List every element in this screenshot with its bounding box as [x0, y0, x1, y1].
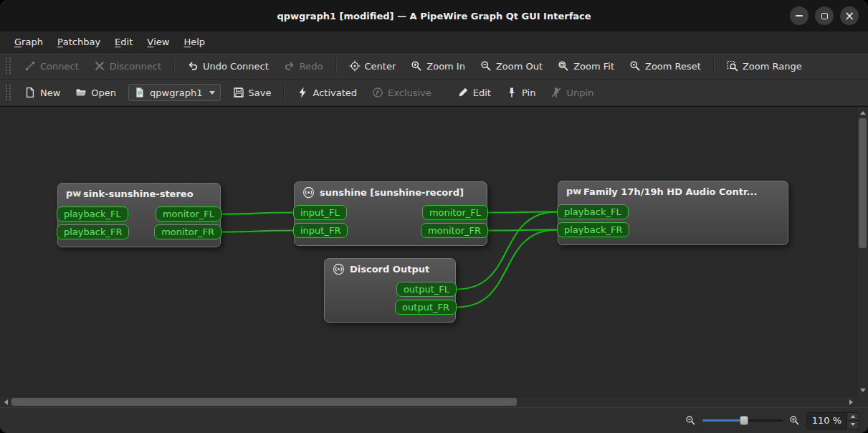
zoom-range-icon [727, 60, 738, 72]
center-button[interactable]: Center [343, 57, 403, 75]
port-row: output_FR [327, 300, 453, 315]
port-input-playback_FL[interactable]: playback_FL [57, 206, 128, 222]
disconnect-button[interactable]: Disconnect [87, 57, 168, 75]
menu-label-part: raph [22, 37, 43, 47]
connection-sink.monitor_FR-to-sunshine.input_FR[interactable] [221, 231, 293, 232]
save-button[interactable]: Save [226, 83, 278, 102]
window-title: qpwgraph1 [modified] — A PipeWire Graph … [0, 11, 868, 22]
node-title: sink-sunshine-stereo [83, 189, 194, 199]
disconnect-label: Disconnect [110, 61, 161, 72]
zoom-fit-button[interactable]: Zoom Fit [551, 57, 621, 75]
port-output-monitor_FL[interactable]: monitor_FL [156, 206, 221, 222]
menu-label-part: atchbay [63, 37, 100, 47]
close-button[interactable] [840, 6, 859, 25]
new-button[interactable]: New [18, 83, 67, 102]
zoom-spin-down-button[interactable] [847, 420, 859, 429]
port-row: input_FLmonitor_FL [297, 205, 485, 220]
close-icon [844, 9, 854, 23]
node-discord[interactable]: Discord Outputoutput_FLoutput_FR [324, 258, 456, 323]
pin-button[interactable]: Pin [500, 83, 542, 102]
undo-connect-label: Undo Connect [203, 61, 269, 72]
zoom-in-button[interactable]: Zoom In [404, 57, 472, 75]
connection-sunshine.monitor_FL-to-family.playback_FL[interactable] [488, 212, 557, 213]
node-sink[interactable]: pwsink-sunshine-stereoplayback_FLmonitor… [57, 183, 221, 247]
maximize-icon [821, 13, 828, 19]
unpin-button[interactable]: Unpin [544, 83, 600, 102]
down-arrow-icon [851, 423, 855, 426]
zoom-slider-handle[interactable] [740, 416, 748, 425]
new-label: New [40, 87, 60, 98]
minimize-icon [796, 15, 803, 16]
node-header: pwsink-sunshine-stereo [60, 184, 218, 204]
port-input-playback_FR[interactable]: playback_FR [57, 224, 129, 239]
horizontal-scroll-thumb[interactable] [11, 398, 517, 406]
node-family[interactable]: pwFamily 17h/19h HD Audio Contr...playba… [558, 181, 788, 245]
port-input-playback_FR[interactable]: playback_FR [557, 222, 629, 237]
connection-sunshine.monitor_FR-to-family.playback_FR[interactable] [488, 230, 557, 231]
menu-item-view[interactable]: View [140, 32, 176, 52]
connect-icon [24, 60, 36, 72]
menu-item-patchbay[interactable]: Patchbay [50, 32, 108, 52]
node-title: sunshine [sunshine-record] [320, 187, 464, 198]
menubar: GraphPatchbayEditViewHelp [0, 32, 868, 53]
connection-sink.monitor_FL-to-sunshine.input_FL[interactable] [221, 213, 293, 214]
zoom-reset-label: Zoom Reset [645, 61, 701, 72]
connect-button[interactable]: Connect [18, 57, 85, 75]
port-row: playback_FL [561, 204, 786, 219]
toolbar-graph: ConnectDisconnectUndo ConnectRedoCenterZ… [0, 53, 868, 80]
zoom-out-label: Zoom Out [496, 61, 543, 72]
port-output-monitor_FL[interactable]: monitor_FL [422, 205, 488, 220]
zoom-reset-button[interactable]: Zoom Reset [623, 57, 707, 75]
toolbar-handle[interactable] [6, 58, 11, 74]
port-input-input_FR[interactable]: input_FR [293, 223, 348, 238]
port-input-input_FL[interactable]: input_FL [293, 205, 347, 220]
port-output-output_FR[interactable]: output_FR [395, 300, 457, 315]
vertical-scrollbar[interactable] [857, 107, 868, 396]
port-input-playback_FL[interactable]: playback_FL [557, 204, 629, 219]
vertical-scroll-thumb[interactable] [859, 118, 867, 248]
zoom-slider[interactable] [702, 414, 783, 427]
zoom-reset-icon [629, 60, 641, 72]
zoom-range-button[interactable]: Zoom Range [720, 57, 809, 75]
port-output-output_FL[interactable]: output_FL [396, 282, 457, 297]
zoom-spin-up-button[interactable] [847, 413, 859, 421]
port-output-monitor_FR[interactable]: monitor_FR [154, 224, 221, 239]
menu-label-mnemonic: V [147, 37, 153, 47]
toolbar-separator [173, 58, 175, 74]
zoom-fit-label: Zoom Fit [573, 61, 614, 72]
zoom-in-icon [789, 415, 800, 426]
zoom-range-label: Zoom Range [743, 61, 802, 72]
scroll-down-button[interactable] [857, 384, 868, 396]
maximize-button[interactable] [815, 6, 834, 25]
minimize-button[interactable] [790, 6, 809, 25]
menu-label-part: elp [191, 37, 205, 47]
redo-button[interactable]: Redo [277, 57, 330, 75]
edit-label: Edit [473, 87, 491, 98]
menu-item-edit[interactable]: Edit [108, 32, 140, 52]
scroll-left-button[interactable] [0, 396, 11, 408]
titlebar[interactable]: qpwgraph1 [modified] — A PipeWire Graph … [0, 0, 868, 32]
center-label: Center [365, 61, 396, 72]
pipewire-logo-glyph: pw [566, 186, 581, 198]
patchbay-profile-combo[interactable]: qpwgraph1 [128, 84, 220, 101]
port-row: playback_FR [561, 222, 786, 237]
monitor-icon [302, 186, 315, 199]
zoom-out-button[interactable]: Zoom Out [474, 57, 549, 75]
horizontal-scrollbar[interactable] [0, 396, 857, 407]
port-output-monitor_FR[interactable]: monitor_FR [421, 223, 488, 238]
graph-canvas[interactable]: pwsink-sunshine-stereoplayback_FLmonitor… [0, 107, 857, 396]
edit-button[interactable]: Edit [451, 83, 497, 102]
undo-connect-button[interactable]: Undo Connect [181, 57, 275, 75]
open-button[interactable]: Open [69, 83, 123, 102]
activated-button[interactable]: Activated [290, 83, 363, 102]
zoom-spinbox[interactable]: 110 % [806, 412, 859, 429]
open-icon [75, 87, 87, 98]
menu-item-graph[interactable]: Graph [7, 32, 50, 52]
toolbar-handle[interactable] [6, 85, 11, 100]
scroll-right-button[interactable] [845, 396, 857, 408]
menu-item-help[interactable]: Help [176, 32, 212, 52]
exclusive-button[interactable]: Exclusive [366, 83, 438, 102]
scroll-up-button[interactable] [857, 107, 868, 118]
redo-icon [284, 60, 295, 72]
node-sunshine[interactable]: sunshine [sunshine-record]input_FLmonito… [294, 181, 487, 246]
